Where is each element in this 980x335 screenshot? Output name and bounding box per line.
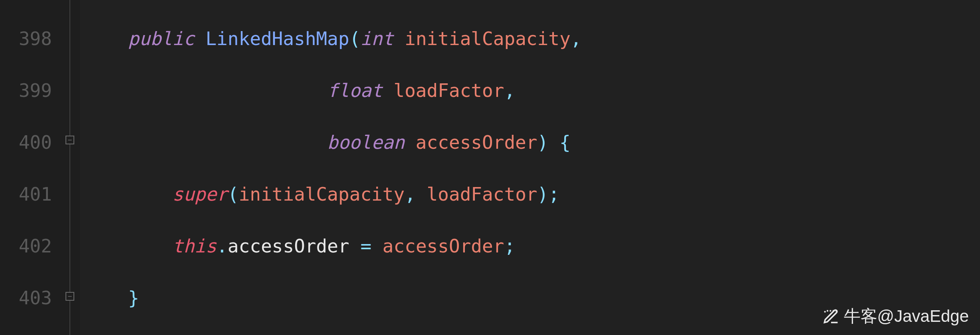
line-number[interactable]: 403 xyxy=(0,272,52,324)
comma: , xyxy=(504,77,515,104)
code-editor: 398 399 400 401 402 403 public LinkedHas… xyxy=(0,0,980,335)
class-name: LinkedHashMap xyxy=(206,26,349,52)
space xyxy=(194,26,206,52)
watermark-text: 牛客@JavaEdge xyxy=(844,304,969,329)
code-line[interactable]: super(initialCapacity, loadFactor); xyxy=(84,168,980,220)
line-number[interactable]: 398 xyxy=(0,13,52,65)
param-accessOrder: accessOrder xyxy=(416,129,538,156)
fold-column xyxy=(60,0,80,335)
param-initialCapacity: initialCapacity xyxy=(405,26,570,52)
fold-guide-line xyxy=(69,0,70,335)
code-line[interactable]: float loadFactor, xyxy=(84,65,980,116)
line-number[interactable]: 402 xyxy=(0,220,52,272)
paren-close: ) xyxy=(538,181,549,208)
code-line[interactable]: this.accessOrder = accessOrder; xyxy=(84,220,980,272)
code-line[interactable]: public LinkedHashMap(int initialCapacity… xyxy=(84,13,980,65)
semicolon: ; xyxy=(548,181,559,208)
line-number-gutter: 398 399 400 401 402 403 xyxy=(0,0,60,335)
code-line[interactable]: boolean accessOrder) { xyxy=(84,116,980,168)
dot: . xyxy=(216,233,228,260)
member-accessOrder: accessOrder xyxy=(228,233,349,260)
type-float: float xyxy=(327,77,382,104)
line-number[interactable]: 399 xyxy=(0,65,52,116)
comma: , xyxy=(571,26,582,52)
fold-toggle-icon[interactable] xyxy=(65,136,74,144)
param-initialCapacity: initialCapacity xyxy=(239,181,405,208)
watermark: 牛客@JavaEdge xyxy=(822,304,969,329)
type-int: int xyxy=(360,26,393,52)
keyword-this: this xyxy=(173,233,217,260)
keyword-public: public xyxy=(128,26,194,52)
space xyxy=(405,129,416,156)
indent xyxy=(84,26,128,52)
brace-close: } xyxy=(128,285,139,311)
space xyxy=(393,26,405,52)
indent xyxy=(84,285,128,311)
paren-close: ) xyxy=(538,129,549,156)
space xyxy=(548,129,559,156)
space xyxy=(371,233,383,260)
fold-toggle-icon[interactable] xyxy=(65,292,74,301)
type-boolean: boolean xyxy=(327,129,405,156)
keyword-super: super xyxy=(173,181,228,208)
operator-equals: = xyxy=(360,233,371,260)
code-content[interactable]: public LinkedHashMap(int initialCapacity… xyxy=(80,0,980,335)
param-accessOrder: accessOrder xyxy=(383,233,504,260)
param-loadFactor: loadFactor xyxy=(393,77,504,104)
paren-open: ( xyxy=(349,26,361,52)
paren-open: ( xyxy=(228,181,239,208)
line-number[interactable]: 401 xyxy=(0,168,52,220)
comma: , xyxy=(405,181,416,208)
edit-icon xyxy=(822,308,840,325)
space xyxy=(349,233,361,260)
line-number[interactable]: 400 xyxy=(0,116,52,168)
space xyxy=(416,181,427,208)
indent xyxy=(84,129,327,156)
brace-open: { xyxy=(559,129,571,156)
semicolon: ; xyxy=(504,233,515,260)
space xyxy=(383,77,394,104)
param-loadFactor: loadFactor xyxy=(427,181,538,208)
indent xyxy=(84,233,173,260)
indent xyxy=(84,181,173,208)
indent xyxy=(84,77,327,104)
